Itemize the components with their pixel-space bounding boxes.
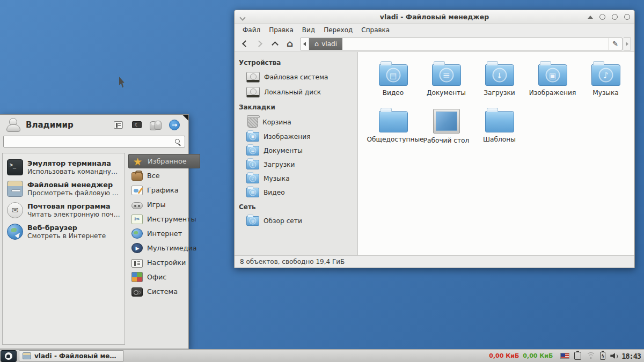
speaker-icon[interactable] (610, 352, 618, 359)
file-item-videos[interactable]: Видео (367, 60, 420, 105)
path-bar[interactable]: ⌂ vladi ✎ (300, 38, 623, 50)
sidebar-item-trash[interactable]: Корзина (235, 114, 357, 130)
search-box[interactable] (3, 136, 185, 147)
file-manager-icon (7, 181, 23, 197)
mail-icon (7, 202, 23, 218)
sidebar-item-downloads[interactable]: Загрузки (235, 158, 357, 172)
sidebar-item-localdisk[interactable]: Локальный диск (235, 85, 357, 100)
file-item-public[interactable]: Общедоступные (367, 106, 420, 152)
taskbar-window-label: vladi - Файловый менед... (34, 352, 120, 360)
keyboard-layout-flag-icon[interactable] (560, 353, 569, 359)
path-edit-button[interactable]: ✎ (608, 38, 622, 50)
menu-resize-grip[interactable] (182, 115, 188, 121)
home-icon: ⌂ (287, 39, 293, 48)
clipboard-icon[interactable] (574, 352, 581, 360)
sidebar-item-network-browse[interactable]: Обзор сети (235, 214, 357, 228)
category-favorites[interactable]: Избранное (128, 154, 200, 168)
folder-documents-icon (246, 146, 259, 156)
clock[interactable]: 18:43 (621, 352, 641, 360)
category-list: Избранное Все Графика Игры Инструменты И… (125, 153, 201, 345)
network-download-speed: 0,00 КиБ (489, 352, 519, 359)
folder-downloads-icon (246, 160, 259, 169)
taskbar-window-button[interactable]: vladi - Файловый менед... (19, 350, 124, 361)
category-internet[interactable]: Интернет (128, 226, 200, 241)
menu-file[interactable]: Файл (239, 25, 264, 35)
menu-help[interactable]: Справка (357, 25, 393, 35)
menu-edit[interactable]: Правка (265, 25, 297, 35)
settings-icon (114, 121, 123, 129)
forward-button[interactable] (253, 38, 267, 50)
path-scroll-left-button[interactable] (301, 38, 309, 50)
file-item-music[interactable]: Музыка (579, 60, 632, 105)
sidebar-item-filesystem[interactable]: Файловая система (235, 70, 357, 85)
wifi-icon[interactable] (586, 352, 595, 359)
app-item-file-manager[interactable]: Файловый менеджер Просмотреть файловую с… (5, 178, 122, 200)
home-button[interactable]: ⌂ (283, 38, 297, 50)
folder-videos-icon (246, 188, 259, 197)
category-graphics[interactable]: Графика (128, 183, 200, 197)
file-item-desktop[interactable]: Рабочий стол (420, 106, 473, 152)
sidebar-item-videos[interactable]: Видео (235, 186, 357, 200)
up-button[interactable] (268, 38, 282, 50)
app-subtitle: Смотреть в Интернете (27, 232, 106, 240)
sidebar: Устройства Файловая система Локальный ди… (235, 52, 358, 255)
globe-icon (131, 228, 143, 239)
category-all[interactable]: Все (128, 168, 200, 183)
gamepad-icon (131, 202, 143, 209)
file-view[interactable]: Видео Документы Загрузки Изображения Муз… (358, 52, 634, 255)
battery-icon[interactable] (600, 352, 605, 360)
category-label: Офис (147, 273, 166, 281)
file-label: Общедоступные (367, 136, 420, 143)
titlebar[interactable]: vladi - Файловый менеджер (235, 10, 634, 24)
search-input[interactable] (7, 138, 174, 145)
triangle-left-icon (303, 42, 306, 46)
category-system[interactable]: Система (128, 284, 200, 299)
search-icon (174, 138, 181, 145)
whisker-menu: Владимир Эмулятор терминала Использовать… (0, 114, 189, 349)
system-icon (131, 287, 143, 297)
app-title: Файловый менеджер (27, 181, 120, 189)
back-button[interactable] (238, 38, 252, 50)
menubar: Файл Правка Вид Переход Справка (235, 24, 634, 36)
file-label: Музыка (592, 89, 619, 97)
category-label: Настройки (147, 258, 186, 267)
folder-music-icon (246, 174, 259, 183)
app-item-web-browser[interactable]: Веб-браузер Смотреть в Интернете (5, 221, 122, 242)
sidebar-item-music[interactable]: Музыка (235, 172, 357, 186)
file-manager-icon (23, 352, 31, 359)
settings-button[interactable] (112, 119, 125, 131)
category-games[interactable]: Игры (128, 197, 200, 212)
shade-button-icon[interactable] (588, 16, 593, 19)
menu-view[interactable]: Вид (298, 25, 319, 35)
file-item-templates[interactable]: Шаблоны (473, 106, 526, 152)
file-item-images[interactable]: Изображения (526, 60, 579, 105)
logout-button[interactable] (168, 119, 181, 131)
file-item-documents[interactable]: Документы (420, 60, 473, 105)
path-empty-area[interactable] (342, 38, 608, 50)
app-item-mail[interactable]: Почтовая программа Читать электронную по… (5, 200, 122, 221)
switch-user-button[interactable] (149, 119, 162, 131)
category-settings[interactable]: Настройки (128, 255, 200, 270)
pencil-icon: ✎ (612, 40, 618, 48)
category-label: Все (147, 172, 160, 180)
sidebar-item-images[interactable]: Изображения (235, 130, 357, 144)
whisker-menu-button[interactable] (1, 350, 17, 362)
app-item-terminal[interactable]: Эмулятор терминала Использовать командну… (5, 157, 122, 178)
lock-screen-button[interactable] (130, 119, 143, 131)
file-item-downloads[interactable]: Загрузки (473, 60, 526, 105)
minimize-button[interactable] (599, 14, 605, 20)
maximize-button[interactable] (612, 14, 618, 20)
menu-go[interactable]: Переход (320, 25, 356, 35)
close-button[interactable] (624, 14, 630, 20)
user-name: Владимир (26, 120, 106, 130)
up-icon (272, 41, 279, 48)
forward-icon (255, 40, 262, 47)
category-label: Графика (147, 186, 179, 194)
path-scroll-right-button[interactable] (624, 38, 631, 50)
sidebar-item-documents[interactable]: Документы (235, 144, 357, 158)
category-multimedia[interactable]: Мультимедиа (128, 241, 200, 255)
path-tab-home[interactable]: ⌂ vladi (309, 38, 342, 50)
category-office[interactable]: Офис (128, 270, 200, 284)
folder-images-icon (538, 64, 567, 86)
category-accessories[interactable]: Инструменты (128, 212, 200, 226)
